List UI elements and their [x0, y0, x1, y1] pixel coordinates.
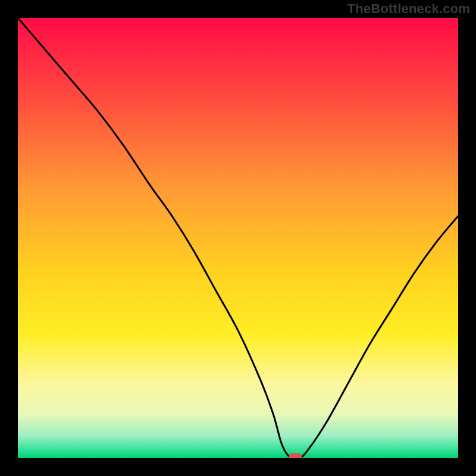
gradient-background [18, 18, 458, 458]
optimal-marker [289, 453, 302, 458]
chart-frame: TheBottleneck.com [0, 0, 476, 476]
chart-svg [18, 18, 458, 458]
plot-area [18, 18, 458, 458]
watermark-text: TheBottleneck.com [347, 1, 470, 17]
